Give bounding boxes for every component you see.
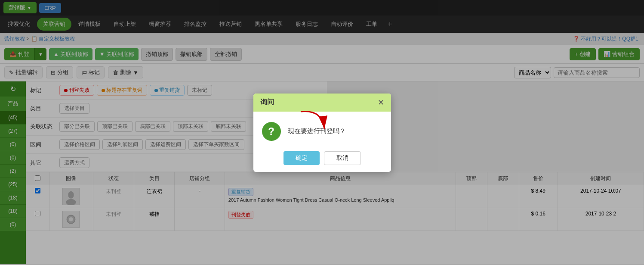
dialog-question-icon: ?: [262, 122, 281, 141]
dialog-cancel-btn[interactable]: 取消: [324, 151, 361, 165]
dialog-header: 询问 ✕: [253, 94, 391, 112]
confirm-dialog: 询问 ✕ ? 现在要进行刊登吗？ 确定 取消: [253, 94, 391, 172]
dialog-footer: 确定 取消: [253, 148, 391, 172]
dialog-body: ? 现在要进行刊登吗？: [253, 112, 391, 148]
dialog-title: 询问: [260, 98, 274, 107]
red-arrow-icon: [296, 109, 331, 135]
dialog-close-btn[interactable]: ✕: [378, 98, 384, 107]
dialog-confirm-btn[interactable]: 确定: [283, 151, 320, 165]
dialog-overlay: 询问 ✕ ? 现在要进行刊登吗？ 确定 取消: [0, 0, 644, 264]
